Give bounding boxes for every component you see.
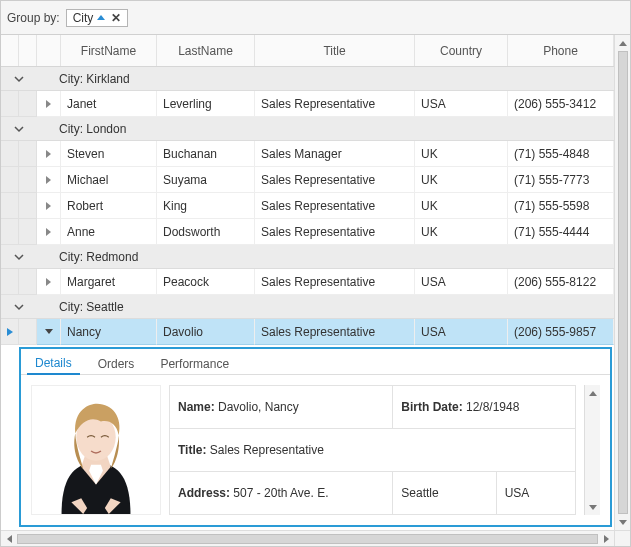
group-header-label: City: Seattle — [55, 295, 614, 318]
current-row-icon — [7, 328, 13, 336]
table-row[interactable]: MichaelSuyamaSales RepresentativeUK(71) … — [1, 167, 614, 193]
expand-row-icon[interactable] — [37, 193, 61, 219]
cell-country: USA — [415, 269, 508, 295]
scroll-up-icon[interactable] — [617, 37, 629, 49]
table-row[interactable]: NancyDavolioSales RepresentativeUSA(206)… — [1, 319, 614, 345]
group-indent — [37, 117, 55, 140]
cell-firstname: Margaret — [61, 269, 157, 295]
expand-row-icon[interactable] — [37, 219, 61, 245]
group-indent — [37, 245, 55, 268]
row-indent — [19, 91, 37, 117]
group-tag-label: City — [73, 11, 94, 25]
row-detail-panel: Details Orders Performance — [19, 347, 612, 527]
employee-photo — [31, 385, 161, 515]
bottom-scroll-row — [1, 530, 630, 546]
tab-details[interactable]: Details — [27, 353, 80, 375]
scroll-right-icon[interactable] — [600, 533, 612, 545]
group-row[interactable]: City: London — [1, 117, 614, 141]
cell-phone: (206) 555-3412 — [508, 91, 614, 117]
cell-phone: (71) 555-4444 — [508, 219, 614, 245]
detail-birth-value: 12/8/1948 — [466, 400, 519, 414]
chevron-down-icon[interactable] — [1, 67, 37, 90]
row-indicator — [1, 167, 19, 193]
detail-title-label: Title: — [178, 443, 206, 457]
detail-name-value: Davolio, Nancy — [218, 400, 299, 414]
cell-country: USA — [415, 319, 508, 345]
horizontal-scrollbar[interactable] — [1, 530, 614, 546]
cell-lastname: Davolio — [157, 319, 255, 345]
table-row[interactable]: StevenBuchananSales ManagerUK(71) 555-48… — [1, 141, 614, 167]
group-tag-city[interactable]: City ✕ — [66, 9, 129, 27]
cell-title: Sales Representative — [255, 219, 415, 245]
triangle-right-icon — [46, 176, 51, 184]
column-header-country[interactable]: Country — [415, 35, 508, 66]
scroll-down-icon[interactable] — [587, 501, 599, 513]
expand-row-icon[interactable] — [37, 269, 61, 295]
cell-firstname: Nancy — [61, 319, 157, 345]
row-indicator — [1, 141, 19, 167]
row-indicator — [1, 319, 19, 345]
triangle-right-icon — [46, 150, 51, 158]
scrollbar-thumb[interactable] — [618, 51, 628, 514]
cell-country: UK — [415, 219, 508, 245]
vertical-scrollbar[interactable] — [614, 35, 630, 530]
cell-phone: (206) 555-9857 — [508, 319, 614, 345]
group-indent — [37, 295, 55, 318]
sort-ascending-icon — [97, 15, 105, 20]
table-row[interactable]: AnneDodsworthSales RepresentativeUK(71) … — [1, 219, 614, 245]
row-indicator — [1, 219, 19, 245]
row-indent — [19, 193, 37, 219]
scroll-down-icon[interactable] — [617, 516, 629, 528]
expand-row-icon[interactable] — [37, 141, 61, 167]
table-row[interactable]: JanetLeverlingSales RepresentativeUSA(20… — [1, 91, 614, 117]
triangle-right-icon — [46, 228, 51, 236]
cell-phone: (71) 555-4848 — [508, 141, 614, 167]
cell-country: UK — [415, 193, 508, 219]
cell-lastname: Peacock — [157, 269, 255, 295]
remove-group-icon[interactable]: ✕ — [109, 11, 123, 25]
scrollbar-corner — [614, 530, 630, 546]
table-row[interactable]: RobertKingSales RepresentativeUK(71) 555… — [1, 193, 614, 219]
cell-lastname: Dodsworth — [157, 219, 255, 245]
cell-lastname: King — [157, 193, 255, 219]
cell-phone: (71) 555-5598 — [508, 193, 614, 219]
chevron-down-icon[interactable] — [1, 295, 37, 318]
group-row[interactable]: City: Kirkland — [1, 67, 614, 91]
column-header-title[interactable]: Title — [255, 35, 415, 66]
triangle-right-icon — [46, 202, 51, 210]
detail-vertical-scrollbar[interactable] — [584, 385, 600, 515]
cell-title: Sales Representative — [255, 167, 415, 193]
cell-title: Sales Representative — [255, 319, 415, 345]
scroll-up-icon[interactable] — [587, 387, 599, 399]
group-row[interactable]: City: Seattle — [1, 295, 614, 319]
detail-info-grid: Name: Davolio, Nancy Birth Date: 12/8/19… — [169, 385, 576, 515]
chevron-down-icon[interactable] — [1, 245, 37, 268]
expand-row-icon[interactable] — [37, 91, 61, 117]
column-header-lastname[interactable]: LastName — [157, 35, 255, 66]
tab-performance[interactable]: Performance — [152, 354, 237, 374]
cell-country: UK — [415, 141, 508, 167]
column-header-firstname[interactable]: FirstName — [61, 35, 157, 66]
chevron-down-icon[interactable] — [1, 117, 37, 140]
detail-tab-strip: Details Orders Performance — [21, 349, 610, 375]
row-indent — [19, 269, 37, 295]
cell-firstname: Michael — [61, 167, 157, 193]
cell-title: Sales Representative — [255, 193, 415, 219]
tab-orders[interactable]: Orders — [90, 354, 143, 374]
group-header-label: City: Redmond — [55, 245, 614, 268]
header-indent — [1, 35, 19, 66]
grid-area: FirstName LastName Title Country Phone C… — [1, 35, 614, 530]
collapse-row-icon[interactable] — [37, 319, 61, 345]
detail-address-value: 507 - 20th Ave. E. — [233, 486, 328, 500]
scrollbar-thumb[interactable] — [17, 534, 598, 544]
detail-city-value: Seattle — [393, 472, 496, 515]
detail-birth-label: Birth Date: — [401, 400, 462, 414]
column-header-phone[interactable]: Phone — [508, 35, 614, 66]
group-row[interactable]: City: Redmond — [1, 245, 614, 269]
cell-country: USA — [415, 91, 508, 117]
cell-title: Sales Manager — [255, 141, 415, 167]
expand-row-icon[interactable] — [37, 167, 61, 193]
scroll-left-icon[interactable] — [3, 533, 15, 545]
table-row[interactable]: MargaretPeacockSales RepresentativeUSA(2… — [1, 269, 614, 295]
cell-title: Sales Representative — [255, 91, 415, 117]
